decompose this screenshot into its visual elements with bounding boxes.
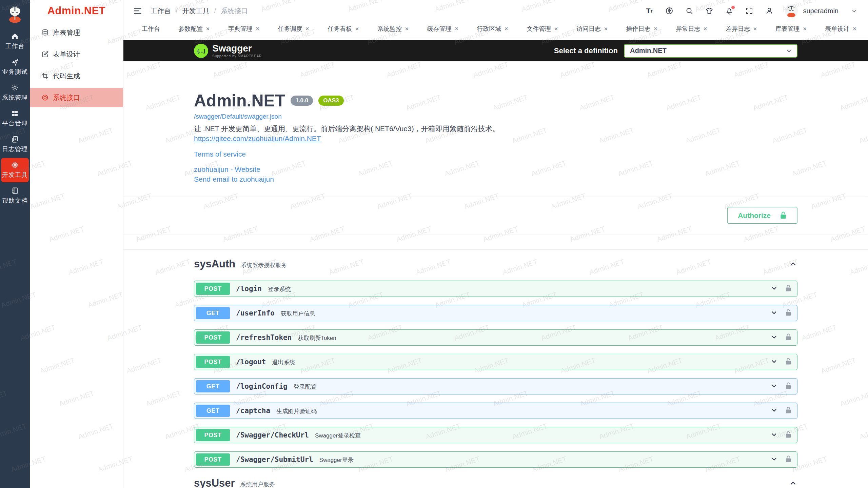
chevron-down-icon[interactable] [770,406,778,415]
rail-item-help-docs[interactable]: 帮助文档 [1,184,29,208]
tab-库表管理[interactable]: 库表管理✕ [771,23,811,35]
auth-lock-icon[interactable] [785,382,792,391]
tab-close-icon[interactable]: ✕ [803,26,807,32]
tab-字典管理[interactable]: 字典管理✕ [224,23,264,35]
fullscreen-icon[interactable] [745,6,754,15]
auth-lock-icon[interactable] [785,284,792,293]
terms-of-service-link[interactable]: Terms of service [194,150,797,158]
sidebar-item-db-table-mgmt[interactable]: 库表管理 [30,22,123,43]
search-icon[interactable] [685,6,694,15]
tab-close-icon[interactable]: ✕ [405,26,409,32]
rail-item-log-mgmt[interactable]: 日志管理 [1,132,29,157]
endpoint-/userInfo[interactable]: GET/userInfo获取用户信息 [194,305,797,321]
breadcrumb-separator: / [176,7,178,15]
tab-label: 缓存管理 [427,25,452,33]
swagger-brand-name: Swagger [212,44,262,53]
section-header-sysUser[interactable]: sysUser系统用户服务 [194,476,797,488]
tab-行政区域[interactable]: 行政区域✕ [473,23,512,35]
endpoint-/captcha[interactable]: GET/captcha生成图片验证码 [194,403,797,419]
chevron-down-icon[interactable] [770,455,778,464]
chevron-up-icon[interactable] [789,479,797,488]
endpoint-/loginConfig[interactable]: GET/loginConfig登录配置 [194,378,797,394]
tab-close-icon[interactable]: ✕ [703,26,707,32]
tab-close-icon[interactable]: ✕ [604,26,608,32]
repo-link[interactable]: https://gitee.com/zuohuaijun/Admin.NET [194,135,321,143]
chevron-down-icon[interactable] [770,308,778,318]
tab-close-icon[interactable]: ✕ [654,26,658,32]
tab-close-icon[interactable]: ✕ [753,26,757,32]
tab-任务调度[interactable]: 任务调度✕ [274,23,313,35]
section-description: 系统用户服务 [240,481,275,488]
tab-差异日志[interactable]: 差异日志✕ [722,23,761,35]
rail-item-business-test[interactable]: 业务测试 [1,55,29,79]
auth-lock-icon[interactable] [785,406,792,415]
tab-close-icon[interactable]: ✕ [853,26,857,32]
tab-close-icon[interactable]: ✕ [554,26,558,32]
sidebar-item-form-design[interactable]: 表单设计 [30,43,123,65]
font-size-icon[interactable]: Tт [645,6,654,15]
tab-label: 字典管理 [228,25,253,33]
section-header-sysAuth[interactable]: sysAuth系统登录授权服务 [194,257,797,277]
language-icon[interactable] [665,6,674,15]
tab-文件管理[interactable]: 文件管理✕ [522,23,562,35]
tab-参数配置[interactable]: 参数配置✕ [174,23,214,35]
auth-lock-icon[interactable] [785,431,792,440]
tab-close-icon[interactable]: ✕ [504,26,508,32]
app-logo-avatar[interactable] [5,4,25,24]
endpoint-/Swagger/SubmitUrl[interactable]: POST/Swagger/SubmitUrlSwagger登录 [194,451,797,468]
tab-工作台[interactable]: 工作台 [138,23,164,35]
chevron-down-icon[interactable] [770,284,778,293]
tab-系统监控[interactable]: 系统监控✕ [373,23,413,35]
rail-item-system-mgmt[interactable]: 系统管理 [1,81,29,105]
sidebar-item-system-api[interactable]: 系统接口 [30,88,123,107]
tab-close-icon[interactable]: ✕ [305,26,309,32]
user-icon[interactable] [765,6,774,15]
sidebar-item-label: 库表管理 [53,28,80,37]
user-avatar[interactable] [785,4,798,17]
rail-item-platform-mgmt[interactable]: 平台管理 [1,106,29,131]
rail-item-label: 业务测试 [2,68,28,76]
breadcrumb-item[interactable]: 工作台 [151,6,171,16]
spec-url-link[interactable]: /swagger/Default/swagger.json [194,113,282,120]
tab-操作日志[interactable]: 操作日志✕ [622,23,662,35]
auth-lock-icon[interactable] [785,455,792,464]
username-label[interactable]: superadmin [803,7,839,15]
endpoint-path: /Swagger/SubmitUrl [236,455,313,464]
theme-icon[interactable] [705,6,714,15]
endpoint-/logout[interactable]: POST/logout退出系统 [194,354,797,370]
endpoint-/login[interactable]: POST/login登录系统 [194,281,797,297]
chevron-up-icon[interactable] [789,260,797,268]
send-email-link[interactable]: Send email to zuohuaijun [194,174,797,184]
sidebar-logo[interactable]: Admin.NET [30,0,123,22]
chevron-down-icon[interactable] [770,382,778,391]
rail-item-dev-tools[interactable]: 开发工具 [1,158,29,182]
chevron-down-icon[interactable] [770,357,778,367]
tab-close-icon[interactable]: ✕ [206,26,210,32]
tab-close-icon[interactable]: ✕ [355,26,359,32]
chevron-down-icon[interactable] [770,430,778,440]
endpoint-/Swagger/CheckUrl[interactable]: POST/Swagger/CheckUrlSwagger登录检查 [194,427,797,443]
endpoint-/refreshToken[interactable]: POST/refreshToken获取刷新Token [194,329,797,346]
tab-close-icon[interactable]: ✕ [455,26,459,32]
menu-collapse-icon[interactable] [133,6,142,16]
chevron-down-icon[interactable] [850,6,859,15]
authorize-button[interactable]: Authorize [727,207,797,224]
auth-lock-icon[interactable] [785,358,792,367]
contact-website-link[interactable]: zuohuaijun - Website [194,164,797,174]
rail-item-workbench[interactable]: 工作台 [1,29,29,54]
tab-缓存管理[interactable]: 缓存管理✕ [423,23,463,35]
chevron-down-icon[interactable] [770,333,778,342]
api-section-sysAuth: sysAuth系统登录授权服务POST/login登录系统GET/userInf… [194,257,797,468]
tab-表单设计[interactable]: 表单设计✕ [821,23,861,35]
tab-异常日志[interactable]: 异常日志✕ [672,23,711,35]
tab-close-icon[interactable]: ✕ [256,26,260,32]
auth-lock-icon[interactable] [785,309,792,318]
auth-lock-icon[interactable] [785,333,792,342]
breadcrumb-item[interactable]: 开发工具 [182,6,210,16]
tab-访问日志[interactable]: 访问日志✕ [572,23,612,35]
sidebar-item-code-gen[interactable]: 代码生成 [30,65,123,87]
definition-select[interactable]: Admin.NET [624,44,797,58]
tab-任务看板[interactable]: 任务看板✕ [323,23,363,35]
tab-label: 行政区域 [477,25,501,33]
notification-bell-icon[interactable] [725,6,734,15]
